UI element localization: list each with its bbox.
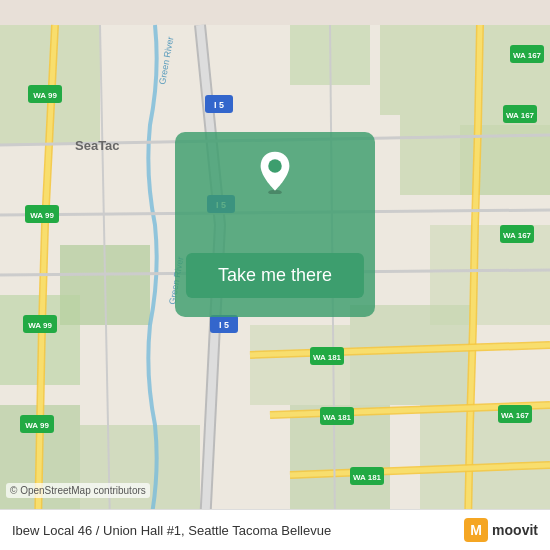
svg-point-52	[268, 159, 282, 173]
svg-text:WA 167: WA 167	[501, 411, 530, 420]
bottom-bar: Ibew Local 46 / Union Hall #1, Seattle T…	[0, 509, 550, 550]
map-attribution: © OpenStreetMap contributors	[6, 483, 150, 498]
svg-text:WA 99: WA 99	[33, 91, 57, 100]
moovit-logo-icon: M	[464, 518, 488, 542]
svg-text:WA 99: WA 99	[25, 421, 49, 430]
moovit-logo-text: moovit	[492, 522, 538, 538]
location-label: Ibew Local 46 / Union Hall #1, Seattle T…	[12, 523, 331, 538]
svg-text:WA 181: WA 181	[313, 353, 342, 362]
location-pin-icon	[253, 150, 297, 194]
svg-text:WA 181: WA 181	[323, 413, 352, 422]
svg-rect-2	[380, 25, 550, 115]
svg-text:WA 167: WA 167	[513, 51, 542, 60]
map-container: I 5 I 5 I 5 WA 99 WA 99 WA 99 WA 99 WA 1…	[0, 0, 550, 550]
take-me-there-button[interactable]: Take me there	[186, 253, 364, 298]
svg-text:WA 99: WA 99	[28, 321, 52, 330]
svg-text:I 5: I 5	[219, 320, 229, 330]
moovit-logo: M moovit	[464, 518, 538, 542]
svg-text:WA 99: WA 99	[30, 211, 54, 220]
svg-text:WA 181: WA 181	[353, 473, 382, 482]
svg-text:WA 167: WA 167	[506, 111, 535, 120]
svg-text:SeaTac: SeaTac	[75, 138, 120, 153]
svg-text:I 5: I 5	[214, 100, 224, 110]
svg-text:WA 167: WA 167	[503, 231, 532, 240]
